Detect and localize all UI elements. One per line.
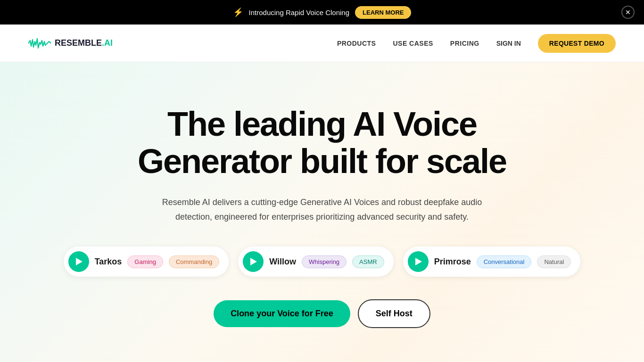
logo[interactable]: RESEMBLE.AI: [28, 38, 113, 49]
learn-more-button[interactable]: LEARN MORE: [355, 6, 411, 19]
logo-text: RESEMBLE.AI: [55, 38, 113, 48]
play-willow-button[interactable]: [243, 251, 264, 272]
play-primrose-button[interactable]: [408, 251, 429, 272]
bolt-icon: ⚡: [233, 7, 243, 17]
voice-cards-row: Tarkos Gaming Commanding Willow Whisperi…: [64, 247, 581, 277]
tag-asmr: ASMR: [352, 255, 384, 268]
tag-conversational: Conversational: [477, 255, 532, 268]
tag-commanding: Commanding: [169, 255, 219, 268]
cta-row: Clone your Voice for Free Self Host: [214, 299, 430, 328]
nav-pricing[interactable]: PRICING: [450, 40, 479, 47]
tag-gaming: Gaming: [127, 255, 163, 268]
clone-voice-button[interactable]: Clone your Voice for Free: [214, 300, 350, 327]
play-tarkos-button[interactable]: [68, 251, 89, 272]
hero-subtitle: Resemble AI delivers a cutting-edge Gene…: [148, 195, 496, 224]
hero-title: The leading AI Voice Generator built for…: [98, 106, 546, 180]
voice-name-primrose: Primrose: [434, 257, 471, 267]
play-icon: [250, 258, 257, 265]
close-announcement-button[interactable]: ✕: [621, 6, 635, 19]
logo-wave-icon: [28, 38, 51, 49]
nav-links: PRODUCTS USE CASES PRICING SIGN IN REQUE…: [337, 34, 616, 53]
voice-card-willow: Willow Whispering ASMR: [238, 247, 393, 277]
play-icon: [76, 258, 83, 265]
voice-card-tarkos: Tarkos Gaming Commanding: [64, 247, 229, 277]
nav-use-cases[interactable]: USE CASES: [393, 40, 433, 47]
tag-natural: Natural: [537, 255, 571, 268]
self-host-button[interactable]: Self Host: [358, 299, 430, 328]
voice-name-willow: Willow: [269, 257, 296, 267]
play-icon: [415, 258, 422, 265]
tag-whispering: Whispering: [302, 255, 347, 268]
nav-sign-in[interactable]: SIGN IN: [496, 40, 521, 47]
voice-card-primrose: Primrose Conversational Natural: [403, 247, 581, 277]
request-demo-button[interactable]: REQUEST DEMO: [538, 34, 616, 53]
nav-products[interactable]: PRODUCTS: [337, 40, 376, 47]
announcement-text: Introducing Rapid Voice Cloning: [249, 8, 349, 16]
voice-name-tarkos: Tarkos: [95, 257, 122, 267]
navbar: RESEMBLE.AI PRODUCTS USE CASES PRICING S…: [0, 25, 644, 62]
announcement-bar: ⚡ Introducing Rapid Voice Cloning LEARN …: [0, 0, 644, 25]
hero-section: The leading AI Voice Generator built for…: [0, 62, 644, 362]
